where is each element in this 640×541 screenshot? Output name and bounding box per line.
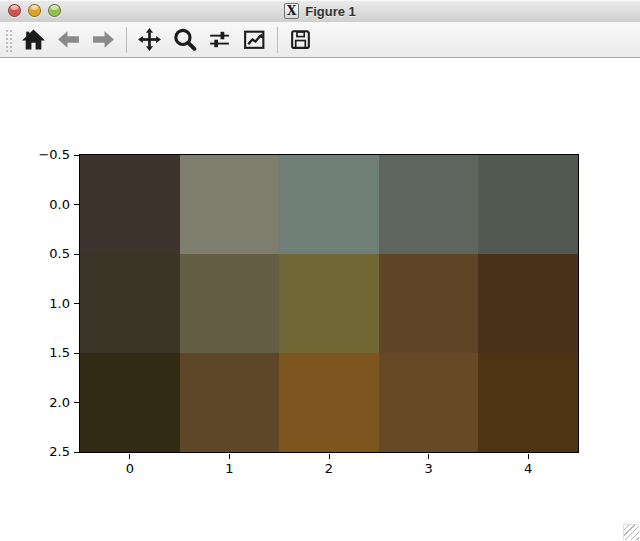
heatmap-cell-r0c2 xyxy=(279,155,379,254)
navigation-toolbar xyxy=(0,22,640,58)
x-tick-mark xyxy=(129,454,130,459)
figure-canvas: −0.50.00.51.01.52.02.501234 xyxy=(0,58,640,541)
x11-app-icon: X xyxy=(284,3,299,19)
heatmap-cell-r1c1 xyxy=(180,254,280,353)
x-tick-label: 0 xyxy=(110,461,150,477)
heatmap-image xyxy=(80,155,578,452)
y-tick-mark xyxy=(74,303,79,304)
pan-button[interactable] xyxy=(134,25,165,55)
x-tick-mark xyxy=(329,454,330,459)
toolbar-separator xyxy=(277,27,278,53)
heatmap-cell-r1c2 xyxy=(279,254,379,353)
y-tick-label: 0.0 xyxy=(24,197,70,213)
back-button[interactable] xyxy=(53,25,84,55)
save-button[interactable] xyxy=(285,25,316,55)
heatmap-cell-r1c0 xyxy=(80,254,180,353)
titlebar[interactable]: X Figure 1 xyxy=(0,0,640,23)
figure-window: X Figure 1 xyxy=(0,0,640,541)
y-tick-mark xyxy=(74,353,79,354)
x-tick-mark xyxy=(528,454,529,459)
toolbar-separator xyxy=(126,27,127,53)
window-title: Figure 1 xyxy=(305,4,356,19)
home-button[interactable] xyxy=(18,25,49,55)
title-wrap: X Figure 1 xyxy=(0,0,640,22)
magnifier-icon xyxy=(172,27,197,52)
zoom-button-toolbar[interactable] xyxy=(169,25,200,55)
back-arrow-icon xyxy=(56,27,81,52)
heatmap-cell-r0c0 xyxy=(80,155,180,254)
chart-icon xyxy=(242,27,267,52)
y-tick-mark xyxy=(74,402,79,403)
toolbar-grip-handle[interactable] xyxy=(4,28,12,52)
heatmap-cell-r2c1 xyxy=(180,353,280,452)
heatmap-cell-r0c3 xyxy=(379,155,479,254)
y-tick-label: 2.0 xyxy=(24,395,70,411)
y-tick-label: 2.5 xyxy=(24,444,70,460)
home-icon xyxy=(21,27,46,52)
y-tick-label: 1.0 xyxy=(24,296,70,312)
heatmap-cell-r0c4 xyxy=(478,155,578,254)
heatmap-cell-r2c3 xyxy=(379,353,479,452)
y-tick-label: −0.5 xyxy=(24,147,70,163)
y-tick-label: 0.5 xyxy=(24,246,70,262)
x-tick-label: 2 xyxy=(309,461,349,477)
heatmap-cell-r0c1 xyxy=(180,155,280,254)
y-tick-mark xyxy=(74,254,79,255)
heatmap-cell-r1c4 xyxy=(478,254,578,353)
configure-subplots-button[interactable] xyxy=(204,25,235,55)
x-tick-mark xyxy=(428,454,429,459)
heatmap-cell-r2c2 xyxy=(279,353,379,452)
y-tick-mark xyxy=(74,155,79,156)
floppy-icon xyxy=(288,27,313,52)
forward-arrow-icon xyxy=(91,27,116,52)
x-tick-label: 3 xyxy=(409,461,449,477)
resize-grip[interactable] xyxy=(623,524,639,540)
move-icon xyxy=(137,27,162,52)
x-tick-label: 4 xyxy=(508,461,548,477)
heatmap-cell-r1c3 xyxy=(379,254,479,353)
y-tick-mark xyxy=(74,452,79,453)
edit-parameters-button[interactable] xyxy=(239,25,270,55)
y-tick-label: 1.5 xyxy=(24,345,70,361)
sliders-icon xyxy=(207,27,232,52)
forward-button[interactable] xyxy=(88,25,119,55)
heatmap-cell-r2c4 xyxy=(478,353,578,452)
x-tick-mark xyxy=(229,454,230,459)
y-tick-mark xyxy=(74,204,79,205)
heatmap-cell-r2c0 xyxy=(80,353,180,452)
axes-frame[interactable] xyxy=(79,154,579,453)
x-tick-label: 1 xyxy=(209,461,249,477)
